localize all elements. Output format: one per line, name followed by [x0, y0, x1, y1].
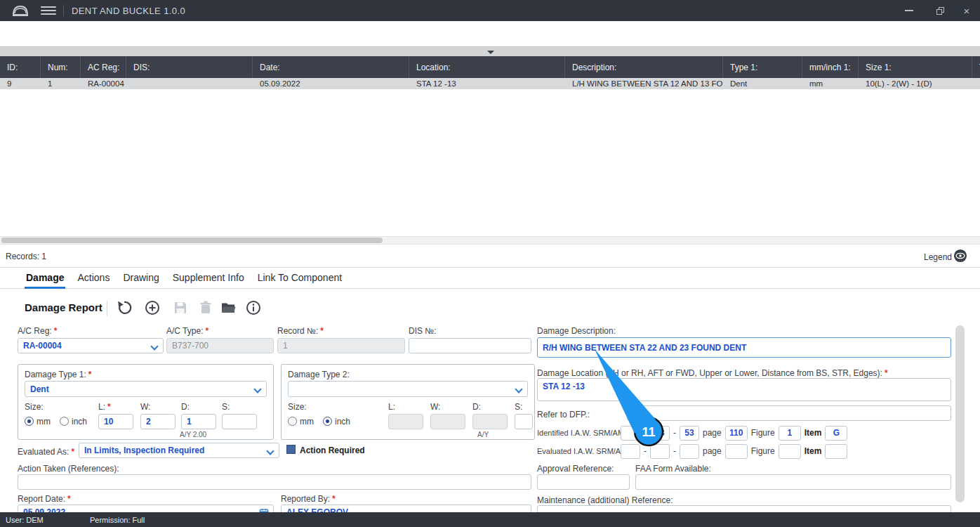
cell-location: STA 12 -13 [409, 78, 565, 89]
add-icon[interactable] [145, 300, 160, 315]
identified-f2-field[interactable]: 53 [650, 426, 670, 441]
size2-inch-label: inch [335, 417, 350, 427]
identified-page-field[interactable]: 110 [725, 426, 748, 441]
size2-w-label: W: [430, 402, 440, 412]
evaluated-f1-field[interactable] [621, 444, 640, 459]
size1-mm-radio[interactable] [25, 417, 34, 426]
damage-location-field[interactable]: STA 12 -13 [537, 378, 951, 401]
size1-inch-label: inch [72, 417, 87, 427]
tab-link-to-component[interactable]: Link To Component [256, 268, 343, 289]
chevron-down-icon [150, 342, 158, 350]
col-location[interactable]: Location: [409, 56, 565, 78]
evaluated-f2-field[interactable] [650, 444, 670, 459]
damage-type1-select[interactable]: Dent [25, 381, 267, 397]
col-type1[interactable]: Type 1: [723, 56, 802, 78]
size1-s-field[interactable] [222, 414, 257, 429]
close-icon: × [964, 5, 970, 17]
cell-date: 05.09.2022 [253, 78, 409, 89]
size2-mm-label: mm [300, 417, 314, 427]
legend-eye-icon[interactable] [953, 249, 967, 263]
menu-icon[interactable] [41, 6, 56, 15]
size1-inch-radio[interactable] [60, 417, 69, 426]
col-date[interactable]: Date: [253, 56, 409, 78]
legend-label: Legend [924, 252, 952, 262]
size1-l-field[interactable]: 10 [98, 414, 133, 429]
size1-d-label: D: [181, 402, 190, 412]
col-type2-partial[interactable]: T [972, 56, 980, 78]
maintenance-reference-label: Maintenance (additional) Reference: [537, 495, 673, 505]
identified-iaw-label: Identified I.A.W. SRM/AMM [537, 429, 630, 437]
size2-l-label: L: [388, 402, 395, 412]
col-mm-inch1[interactable]: mm/inch 1: [802, 56, 859, 78]
delete-icon[interactable] [198, 300, 213, 315]
chevron-down-icon [515, 385, 522, 393]
evaluated-iaw-label: Evaluated I.A.W. SRM/AMM [537, 447, 634, 455]
cell-dis [126, 78, 253, 89]
cell-type2-partial [972, 78, 980, 89]
grid-row[interactable]: 9 1 RA-00004 05.09.2022 STA 12 -13 L/H W… [0, 78, 980, 89]
col-ac-reg[interactable]: AC Reg: [81, 56, 126, 78]
damage-description-field[interactable]: R/H WING BETWEEN STA 22 AND 23 FOUND DEN… [537, 337, 951, 358]
size1-l-label: L:* [98, 402, 111, 412]
tab-actions[interactable]: Actions [76, 268, 111, 289]
size2-s-label: S: [515, 402, 522, 412]
faa-form-field[interactable] [635, 474, 951, 490]
size2-inch-radio[interactable] [323, 417, 332, 426]
action-required-checkbox[interactable] [286, 445, 296, 454]
evaluated-f3-field[interactable] [680, 444, 699, 459]
identified-item-field[interactable]: G [825, 426, 847, 441]
form-title: Damage Report [25, 301, 102, 313]
identified-f1-field[interactable] [621, 426, 640, 441]
refer-to-dfp-field[interactable] [627, 405, 951, 421]
save-icon[interactable] [173, 300, 188, 315]
evaluated-figure-field[interactable] [779, 444, 801, 459]
folder-icon[interactable] [220, 300, 236, 315]
faa-form-label: FAA Form Available: [635, 464, 711, 474]
undo-icon[interactable] [117, 300, 132, 315]
size2-s-field[interactable] [515, 414, 533, 429]
cell-description: L/H WING BETWEEN STA 12 AND 13 FOUND DE.… [565, 78, 723, 89]
tab-supplement-info[interactable]: Supplement Info [171, 268, 246, 289]
info-icon[interactable] [246, 300, 261, 315]
ac-type-field: B737-700 [166, 338, 274, 353]
evaluated-as-select[interactable]: In Limits, Inspection Required [79, 443, 279, 458]
restore-button[interactable] [928, 0, 952, 21]
horizontal-scrollbar-thumb[interactable] [1, 238, 383, 243]
col-dis[interactable]: DIS: [126, 56, 253, 78]
ac-reg-select[interactable]: RA-00004 [18, 338, 164, 353]
record-no-label: Record №:* [277, 326, 324, 336]
minimize-button[interactable] [897, 0, 921, 21]
col-description[interactable]: Description: [565, 56, 723, 78]
close-window-button[interactable]: × [955, 0, 979, 21]
approval-reference-field[interactable] [537, 474, 630, 490]
size1-mm-label: mm [37, 417, 51, 427]
action-required-checkbox-label: Action Required [300, 445, 365, 455]
reported-by-label: Reported By:* [281, 494, 336, 504]
size2-mm-radio[interactable] [288, 417, 297, 426]
identified-item-label: Item [804, 428, 822, 438]
refer-to-dfp-label: Refer to DFP.: [537, 410, 590, 419]
evaluated-page-field[interactable] [725, 444, 748, 459]
identified-figure-field[interactable]: 1 [779, 426, 801, 441]
collapse-strip[interactable] [0, 46, 980, 56]
tab-bar: Damage Actions Drawing Supplement Info L… [0, 268, 980, 289]
col-num[interactable]: Num: [41, 56, 81, 78]
damage-type2-select[interactable] [288, 381, 528, 397]
identified-iaw-row: - 53 - 53 page 110 Figure 1 Item G [621, 425, 847, 441]
dis-no-field[interactable] [409, 338, 531, 353]
ac-type-label: A/C Type:* [166, 326, 208, 336]
size1-d-field[interactable]: 1 [181, 414, 216, 429]
size1-w-field[interactable]: 2 [140, 414, 176, 429]
identified-f3-field[interactable]: 53 [680, 426, 699, 441]
tab-damage[interactable]: Damage [25, 268, 65, 289]
tab-drawing[interactable]: Drawing [121, 268, 160, 289]
size2-w-field [430, 414, 465, 429]
vertical-scrollbar-thumb[interactable] [955, 325, 965, 502]
col-id[interactable]: ID: [0, 56, 41, 78]
cell-size1: 10(L) - 2(W) - 1(D) [859, 78, 972, 89]
chevron-down-icon [253, 385, 261, 393]
evaluated-item-field[interactable] [825, 444, 847, 459]
size1-label: Size: [25, 402, 44, 412]
action-taken-field[interactable] [18, 474, 531, 490]
col-size1[interactable]: Size 1: [859, 56, 972, 78]
